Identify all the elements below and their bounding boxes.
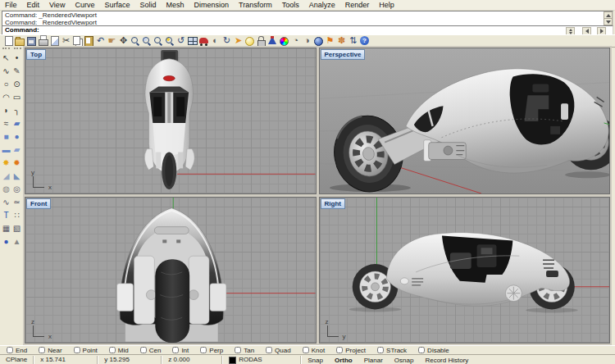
lock-icon[interactable] [256,35,266,47]
sketch-icon[interactable]: ✎ [11,65,22,78]
menu-file[interactable]: File [0,0,22,10]
rectangle-icon[interactable]: ▭ [11,91,22,104]
shade-view-icon[interactable]: ◐ [210,35,221,47]
save-file-icon[interactable] [26,35,37,47]
match-icon[interactable]: ≃ [11,196,22,209]
osnap-checkbox-disable[interactable] [418,347,425,353]
menu-curve[interactable]: Curve [70,0,99,10]
osnap-checkbox-perp[interactable] [200,347,207,353]
copy-view-icon[interactable] [49,35,60,47]
menu-mesh[interactable]: Mesh [161,0,189,10]
vehicle-icon[interactable] [198,35,209,47]
perspective-view-canvas[interactable] [320,48,610,193]
statusbar-toggle-record-history[interactable]: Record History [419,357,474,364]
ellipse-icon[interactable]: ◗ [1,104,11,117]
open-file-icon[interactable] [15,35,25,47]
menu-dimension[interactable]: Dimension [189,0,234,10]
render-sphere-icon[interactable] [313,35,324,47]
layer-indicator[interactable]: RODAS [223,355,300,364]
menu-help[interactable]: Help [374,0,399,10]
print-icon[interactable] [38,35,48,47]
menu-surface[interactable]: Surface [99,0,134,10]
front-view-canvas[interactable] [25,198,316,343]
freeform-curve-icon[interactable]: ≈ [1,117,11,130]
arc-icon[interactable]: ◠ [1,91,11,104]
osnap-checkbox-mid[interactable] [109,347,116,353]
viewport-perspective[interactable]: Perspective [319,48,611,194]
statusbar-toggle-osnap[interactable]: Osnap [389,357,420,364]
copy-icon[interactable] [72,35,83,47]
fillet-corner-icon[interactable]: ╮ [11,104,22,117]
osnap-checkbox-cen[interactable] [140,347,147,353]
rotate-cw-icon[interactable]: ↻ [221,35,232,47]
point-icon[interactable]: • [11,52,22,65]
scale-icon[interactable]: ∷ [11,209,22,222]
menu-tools[interactable]: Tools [277,0,304,10]
osnap-strack[interactable]: STrack [377,347,407,354]
cut-icon[interactable]: ✂ [61,35,71,47]
menu-view[interactable]: View [44,0,70,10]
viewport-top[interactable]: Top y x [25,48,317,194]
new-file-icon[interactable] [3,35,14,47]
osnap-checkbox-project[interactable] [336,347,343,353]
osnap-tan[interactable]: Tan [235,347,254,354]
pointer-icon[interactable]: ↖ [1,52,11,65]
statusbar-toggle-planar[interactable]: Planar [358,357,389,364]
right-view-canvas[interactable] [320,198,610,343]
osnap-checkbox-int[interactable] [172,347,179,353]
viewport-layout-icon[interactable] [187,35,198,47]
lamp-icon[interactable] [244,35,255,47]
help-icon[interactable] [359,35,370,47]
statusbar-toggle-snap[interactable]: Snap [302,357,329,364]
array-icon[interactable]: ▦ [1,222,11,235]
smash-icon[interactable]: ✹ [11,157,22,170]
blend-icon[interactable]: ∿ [1,196,11,209]
xray-view-icon[interactable]: ◑ [302,35,312,47]
menu-transform[interactable]: Transform [234,0,277,10]
osnap-checkbox-quad[interactable] [266,347,272,353]
osnap-disable[interactable]: Disable [418,347,449,354]
sphere-icon[interactable]: ◍ [1,183,11,196]
viewport-label-top[interactable]: Top [26,49,46,60]
render-ball-icon[interactable]: ● [1,235,11,248]
osnap-point[interactable]: Point [74,347,98,354]
surface-icon[interactable]: ▰ [11,117,22,130]
viewport-front[interactable]: Front z x [25,197,317,344]
extrude-icon[interactable]: ▲ [11,235,22,248]
osnap-checkbox-tan[interactable] [235,347,241,353]
select-pointer-icon[interactable]: ➤ [233,35,244,47]
circle-center-icon[interactable]: ⊙ [11,78,22,91]
circle-icon[interactable]: ○ [1,78,11,91]
statusbar-toggle-ortho[interactable]: Ortho [329,357,358,364]
viewport-label-perspective[interactable]: Perspective [321,49,366,60]
zoom-window-icon[interactable] [141,35,152,47]
planar-surface-icon[interactable]: ▧ [11,222,22,235]
cplane-button[interactable]: CPlane [0,355,33,364]
zoom-extents-icon[interactable] [164,35,175,47]
text-icon[interactable]: T [1,209,11,222]
move-icon[interactable]: ✥ [118,35,129,47]
osnap-knot[interactable]: Knot [303,347,325,354]
menu-render[interactable]: Render [340,0,375,10]
menu-edit[interactable]: Edit [22,0,45,10]
undo-icon[interactable]: ↶ [95,35,106,47]
osnap-cen[interactable]: Cen [140,347,162,354]
paste-icon[interactable] [84,35,94,47]
uvn-icon[interactable]: ⇅ [348,35,358,47]
explode-icon[interactable]: ✸ [1,157,11,170]
osnap-checkbox-end[interactable] [7,347,13,353]
osnap-perp[interactable]: Perp [200,347,223,354]
zoom-icon[interactable] [130,35,140,47]
viewport-label-front[interactable]: Front [26,198,51,209]
command-history[interactable]: Command: _RenderedViewportCommand: _Rend… [2,11,613,26]
top-view-canvas[interactable] [25,48,316,193]
osnap-end[interactable]: End [7,347,27,354]
osnap-checkbox-knot[interactable] [303,347,309,353]
osnap-project[interactable]: Project [336,347,366,354]
wedge-icon[interactable]: ▰ [11,143,22,157]
osnap-checkbox-strack[interactable] [377,347,384,353]
zoom-dynamic-icon[interactable] [153,35,163,47]
pan-icon[interactable]: ☛ [107,35,117,47]
viewport-label-right[interactable]: Right [321,198,345,209]
sphere-pair-icon[interactable]: ● [11,130,22,143]
